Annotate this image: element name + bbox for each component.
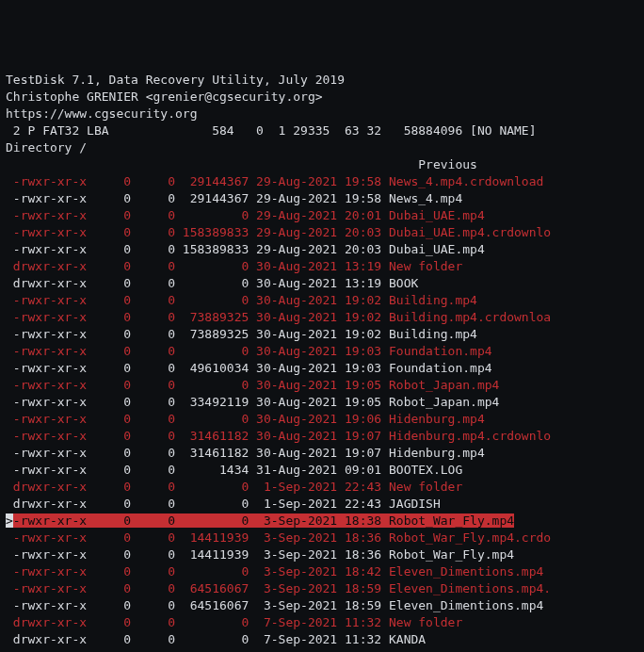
nav-next[interactable]: Next bbox=[6, 648, 638, 652]
file-row[interactable]: -rwxr-xr-x 0 0 29144367 29-Aug-2021 19:5… bbox=[6, 190, 638, 207]
author-line: Christophe GRENIER <grenier@cgsecurity.o… bbox=[6, 89, 638, 106]
file-row[interactable]: -rwxr-xr-x 0 0 0 29-Aug-2021 20:01 Dubai… bbox=[6, 207, 638, 224]
file-row[interactable]: -rwxr-xr-x 0 0 158389833 29-Aug-2021 20:… bbox=[6, 224, 638, 241]
file-row-selected[interactable]: >-rwxr-xr-x 0 0 0 3-Sep-2021 18:38 Robot… bbox=[6, 513, 638, 530]
file-row[interactable]: drwxr-xr-x 0 0 0 7-Sep-2021 11:32 New fo… bbox=[6, 614, 638, 631]
file-row[interactable]: -rwxr-xr-x 0 0 14411939 3-Sep-2021 18:36… bbox=[6, 530, 638, 546]
file-row[interactable]: -rwxr-xr-x 0 0 29144367 29-Aug-2021 19:5… bbox=[6, 173, 638, 190]
file-row[interactable]: -rwxr-xr-x 0 0 31461182 30-Aug-2021 19:0… bbox=[6, 445, 638, 462]
file-row[interactable]: -rwxr-xr-x 0 0 0 30-Aug-2021 19:03 Found… bbox=[6, 343, 638, 360]
file-row[interactable]: -rwxr-xr-x 0 0 49610034 30-Aug-2021 19:0… bbox=[6, 360, 638, 377]
file-row[interactable]: -rwxr-xr-x 0 0 31461182 30-Aug-2021 19:0… bbox=[6, 428, 638, 445]
file-row[interactable]: drwxr-xr-x 0 0 0 30-Aug-2021 13:19 BOOK bbox=[6, 275, 638, 292]
terminal-output[interactable]: TestDisk 7.1, Data Recovery Utility, Jul… bbox=[6, 72, 638, 652]
file-row[interactable]: -rwxr-xr-x 0 0 64516067 3-Sep-2021 18:59… bbox=[6, 580, 638, 597]
file-row[interactable]: -rwxr-xr-x 0 0 73889325 30-Aug-2021 19:0… bbox=[6, 326, 638, 343]
directory-path: Directory / bbox=[6, 139, 638, 156]
file-row[interactable]: -rwxr-xr-x 0 0 1434 31-Aug-2021 09:01 BO… bbox=[6, 462, 638, 479]
file-row[interactable]: -rwxr-xr-x 0 0 0 30-Aug-2021 19:05 Robot… bbox=[6, 377, 638, 394]
app-title: TestDisk 7.1, Data Recovery Utility, Jul… bbox=[6, 72, 638, 89]
file-row[interactable]: drwxr-xr-x 0 0 0 1-Sep-2021 22:43 JAGDIS… bbox=[6, 496, 638, 513]
file-row[interactable]: -rwxr-xr-x 0 0 64516067 3-Sep-2021 18:59… bbox=[6, 597, 638, 614]
file-row[interactable]: -rwxr-xr-x 0 0 0 30-Aug-2021 19:06 Hiden… bbox=[6, 411, 638, 428]
file-row[interactable]: -rwxr-xr-x 0 0 14411939 3-Sep-2021 18:36… bbox=[6, 546, 638, 563]
partition-info: 2 P FAT32 LBA 584 0 1 29335 63 32 588840… bbox=[6, 122, 638, 139]
file-row[interactable]: -rwxr-xr-x 0 0 0 30-Aug-2021 19:02 Build… bbox=[6, 292, 638, 309]
file-row[interactable]: -rwxr-xr-x 0 0 0 3-Sep-2021 18:42 Eleven… bbox=[6, 563, 638, 580]
nav-previous[interactable]: Previous bbox=[6, 156, 638, 173]
url-line: https://www.cgsecurity.org bbox=[6, 106, 638, 122]
file-row[interactable]: -rwxr-xr-x 0 0 33492119 30-Aug-2021 19:0… bbox=[6, 394, 638, 411]
file-row[interactable]: -rwxr-xr-x 0 0 73889325 30-Aug-2021 19:0… bbox=[6, 309, 638, 326]
file-row[interactable]: drwxr-xr-x 0 0 0 7-Sep-2021 11:32 KANDA bbox=[6, 631, 638, 648]
file-row[interactable]: -rwxr-xr-x 0 0 158389833 29-Aug-2021 20:… bbox=[6, 241, 638, 258]
file-row[interactable]: drwxr-xr-x 0 0 0 1-Sep-2021 22:43 New fo… bbox=[6, 479, 638, 496]
file-row[interactable]: drwxr-xr-x 0 0 0 30-Aug-2021 13:19 New f… bbox=[6, 258, 638, 275]
